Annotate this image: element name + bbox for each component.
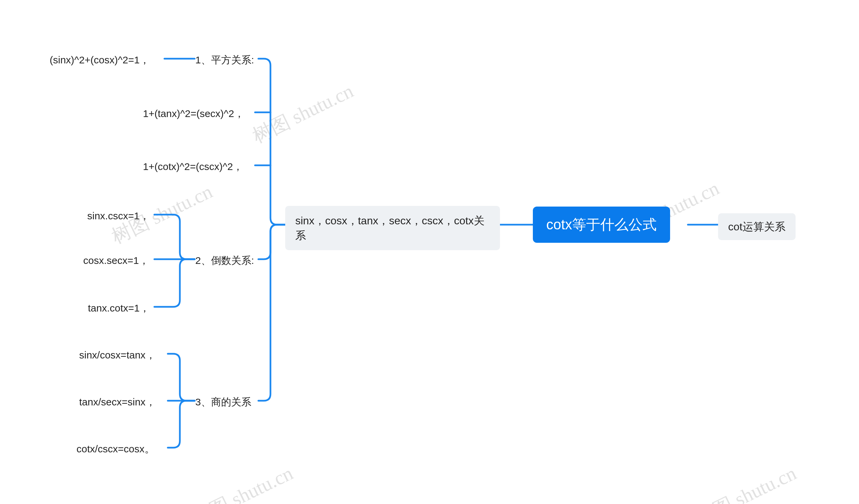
branch-3-label[interactable]: 3、商的关系 (195, 394, 251, 410)
branch-3-leaf-1[interactable]: tanx/secx=sinx， (79, 394, 156, 410)
root-node[interactable]: cotx等于什么公式 (533, 207, 670, 243)
branch-2-leaf-2[interactable]: tanx.cotx=1， (88, 300, 150, 316)
right-child-node[interactable]: cot运算关系 (718, 213, 796, 240)
branch-2-leaf-1[interactable]: cosx.secx=1， (83, 252, 149, 269)
branch-1-leaf-2[interactable]: 1+(cotx)^2=(cscx)^2， (143, 159, 243, 175)
branch-1-leaf-1[interactable]: 1+(tanx)^2=(secx)^2， (143, 106, 244, 122)
branch-1-label[interactable]: 1、平方关系: (195, 52, 254, 68)
branch-1-leaf-0[interactable]: (sinx)^2+(cosx)^2=1， (50, 52, 150, 68)
branch-2-label[interactable]: 2、倒数关系: (195, 252, 254, 269)
branch-3-leaf-2[interactable]: cotx/cscx=cosx。 (76, 441, 155, 457)
diagram-canvas: 树图 shutu.cn 树图 shutu.cn 树图 shutu.cn 树图 s… (0, 0, 859, 504)
left-child-node[interactable]: sinx，cosx，tanx，secx，cscx，cotx关系 (285, 206, 500, 250)
branch-3-leaf-0[interactable]: sinx/cosx=tanx， (79, 347, 156, 363)
branch-2-leaf-0[interactable]: sinx.cscx=1， (87, 208, 150, 224)
